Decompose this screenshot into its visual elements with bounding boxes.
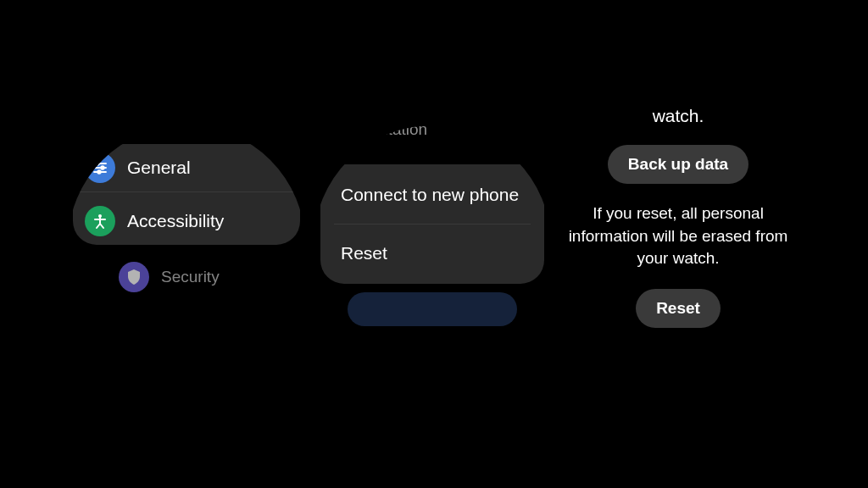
list-item-reset[interactable]: Reset	[334, 224, 531, 269]
apps-icon	[119, 125, 149, 127]
list-item-partial-bottom[interactable]	[348, 292, 517, 326]
list-item-apps[interactable]: Apps	[68, 125, 305, 136]
accessibility-icon	[85, 206, 115, 236]
list-item-security[interactable]: Security	[68, 253, 305, 301]
sliders-icon	[85, 152, 115, 183]
highlighted-group: Connect to new phone Reset	[320, 164, 544, 284]
shield-icon	[119, 262, 149, 292]
list-label-security: Security	[161, 268, 220, 286]
list-item-orientation-partial[interactable]: nentation	[314, 125, 551, 146]
list-label-connect: Connect to new phone	[341, 185, 519, 204]
list-label-accessibility: Accessibility	[127, 211, 224, 231]
list-item-accessibility[interactable]: Accessibility	[73, 191, 300, 241]
reset-confirm-screen: watch. Back up data If you reset, all pe…	[559, 106, 797, 347]
settings-list[interactable]: Apps General	[68, 125, 305, 301]
list-item-connect-new-phone[interactable]: Connect to new phone	[334, 180, 531, 210]
backup-data-button[interactable]: Back up data	[608, 145, 748, 184]
reset-warning-text: If you reset, all personal information w…	[559, 202, 797, 270]
list-label-reset: Reset	[341, 243, 387, 263]
watch-general-screen: nentation Connect to new phone Reset	[314, 125, 551, 363]
list-label-general: General	[127, 158, 191, 178]
highlighted-group: General Accessibility	[73, 144, 300, 245]
list-item-general[interactable]: General	[73, 147, 300, 188]
general-list[interactable]: nentation Connect to new phone Reset	[314, 125, 551, 333]
partial-label: nentation	[361, 125, 427, 138]
svg-point-5	[96, 162, 99, 165]
svg-point-7	[101, 166, 104, 169]
watch-settings-screen: Apps General	[68, 125, 305, 363]
partial-text-top: watch.	[653, 106, 704, 126]
reset-button[interactable]: Reset	[636, 289, 721, 328]
svg-point-9	[97, 170, 101, 174]
